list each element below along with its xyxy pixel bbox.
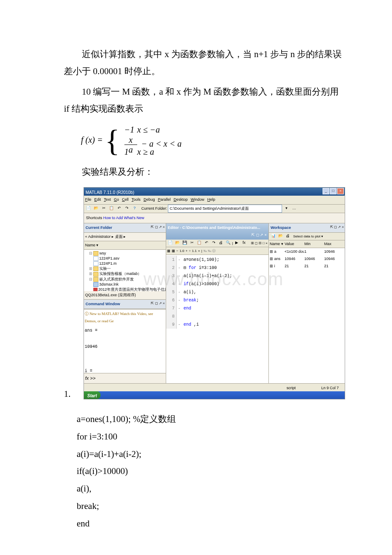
paragraph-3: 实验结果及分析： (64, 164, 345, 181)
how-to-add-link[interactable]: How to Add (103, 216, 123, 220)
menu-edit[interactable]: Edit (94, 197, 101, 202)
workspace-table[interactable]: Name ▾ValueMinMax ⊞ a<1x100 double>11094… (269, 240, 345, 383)
current-folder-label: Current Folder: (141, 205, 167, 212)
code-line[interactable]: 9-end ,i (166, 321, 268, 329)
editor-toolbar-2[interactable]: ▦▦−1.0+÷1.1×|‰ ‰ ⓪ (166, 247, 268, 255)
code-listing-line: a=ones(1,100); %定义数组 (77, 410, 345, 428)
cmd-line (85, 351, 165, 359)
ws-col-header[interactable]: Max (324, 240, 344, 248)
tree-item[interactable]: 1224P1.asv (85, 256, 165, 261)
menu-cell[interactable]: Cell (122, 197, 129, 202)
code-listing-line: a(i)=a(i-1)+a(i-2); (77, 445, 345, 463)
code-editor[interactable]: 1-a=ones(1,100);2-⊟ for i=3:1003- a(i)=a… (166, 255, 268, 383)
code-line[interactable]: 3- a(i)=a(i-1)+a(i-2); (166, 272, 268, 280)
piecewise-formula: f (x) = { −1x ≤ −a xa − a < x < a 1x ≥ a (81, 124, 345, 157)
current-folder-header: Current Folder⇱ ◻ ↗ × (84, 223, 166, 233)
ws-row[interactable]: ⊞ a<1x100 double>110946 (269, 248, 345, 255)
code-line[interactable]: 6- break; (166, 296, 268, 304)
fx-prompt[interactable]: fx >> (84, 373, 166, 383)
menu-tools[interactable]: Tools (132, 197, 141, 202)
tree-item[interactable]: ⊟ 嵌入式系统软件开发 (85, 277, 165, 282)
new-icon[interactable]: 📄 (85, 205, 92, 212)
code-listing-line: break; (77, 497, 345, 515)
tree-item[interactable]: ⊟ wsy (85, 251, 165, 256)
browse-icon[interactable]: … (291, 205, 297, 212)
matlab-screenshot: MATLAB 7.11.0 (R2010b) _ □ × FileEditTex… (84, 187, 345, 399)
menu-parallel[interactable]: Parallel (158, 197, 170, 202)
taskbar[interactable]: Start (84, 391, 345, 399)
current-folder-input[interactable]: C:\Documents and Settings\Administrator\… (168, 205, 282, 213)
menu-help[interactable]: Help (207, 197, 215, 202)
workspace-toolbar[interactable]: 📊📂🖨Select data to plot ▾ (269, 233, 345, 240)
cmd-line: 10946 (85, 343, 165, 351)
cmd-line (85, 359, 165, 367)
window-title: MATLAB 7.11.0 (R2010b) (86, 190, 134, 195)
start-button[interactable]: Start (84, 391, 101, 399)
editor-header: Editor - C:\Documents and Settings\Admin… (166, 223, 268, 240)
code-line[interactable]: 7- end (166, 304, 268, 312)
tree-item[interactable]: 2012年度共青团温州大学物理与电子信息工程学院... (85, 287, 165, 291)
tree-item[interactable]: ⊞ 实验一 (85, 266, 165, 271)
code-listing: a=ones(1,100); %定义数组for i=3:100 a(i)=a(i… (77, 410, 345, 533)
tree-item[interactable]: 1224P1.m (85, 261, 165, 266)
undo-icon[interactable]: ↶ (116, 205, 123, 212)
whats-new-link[interactable]: What's New (124, 216, 144, 220)
close-button[interactable]: × (337, 188, 344, 194)
code-line[interactable]: 4- if(a(i)>10000) (166, 280, 268, 288)
help-icon[interactable]: ? (131, 205, 138, 212)
folder-up-icon[interactable]: ▾ (283, 205, 290, 212)
tree-item[interactable]: ⊞ 实验报告模板（matlab） (85, 271, 165, 276)
formula-lhs: f (x) = (81, 135, 103, 144)
paragraph-1: 近似计算指数，其中 x 为函数参数输入，当 n+1 步与 n 步的结果误差小于 … (64, 46, 345, 80)
redo-icon[interactable]: ↷ (124, 205, 130, 212)
ws-col-header[interactable]: Min (304, 240, 324, 248)
status-bar: script Ln 9 Col 7 (84, 383, 345, 391)
code-line[interactable]: 2-⊟ for i=3:100 (166, 264, 268, 272)
cmd-line: i = (85, 367, 165, 373)
code-listing-line: a(i), (77, 480, 345, 497)
menu-desktop[interactable]: Desktop (173, 197, 187, 202)
file-tree[interactable]: ⊟ wsy1224P1.asv1224P1.m⊞ 实验一⊞ 实验报告模板（mat… (84, 250, 166, 291)
command-window[interactable]: ⓘ New to MATLAB? Watch this Video, see D… (84, 309, 166, 373)
workspace-header: Workspace⇱ ◻ ↗ × (269, 223, 345, 233)
cut-icon[interactable]: ✂ (101, 205, 107, 212)
figure-number: 1. (64, 386, 71, 403)
file-detail: QQ2013Beta1.exe (应用程序) (84, 291, 166, 300)
breadcrumb[interactable]: « Administrator ▸ 桌面 ▸ (84, 233, 166, 241)
paragraph-2: 10 编写一 M 函数，a 和 x 作为 M 函数参数输入，函数里面分别用 if… (64, 84, 345, 118)
menu-bar[interactable]: FileEditTextGoCellToolsDebugParallelDesk… (84, 196, 345, 204)
minimize-button[interactable]: _ (323, 188, 329, 194)
code-listing-line: if(a(i)>10000) (77, 462, 345, 480)
ws-col-header[interactable]: Value (285, 240, 304, 248)
editor-toolbar-1[interactable]: 📄📂💾✂📋↶↷🖨🔍|▶fx⊞ ◻ ⊟ □ × (166, 240, 268, 247)
code-line[interactable]: 8 (166, 312, 268, 321)
shortcuts-bar: Shortcuts How to Add What's New (84, 213, 345, 223)
ws-row[interactable]: ⊞ ans109461094610946 (269, 255, 345, 263)
open-icon[interactable]: 📂 (93, 205, 100, 212)
name-column-header[interactable]: Name ▾ (85, 243, 99, 247)
command-window-header: Command Window⇱ ◻ ↗ × (84, 300, 166, 309)
main-toolbar[interactable]: 📄 📂 ✂ 📋 ↶ ↷ ? Current Folder: C:\Documen… (84, 205, 345, 213)
code-listing-line: for i=3:100 (77, 428, 345, 445)
menu-window[interactable]: Window (190, 197, 204, 202)
menu-go[interactable]: Go (114, 197, 119, 202)
menu-file[interactable]: File (85, 197, 92, 202)
code-listing-line: end (77, 515, 345, 532)
copy-icon[interactable]: 📋 (108, 205, 115, 212)
menu-debug[interactable]: Debug (144, 197, 155, 202)
maximize-button[interactable]: □ (330, 188, 337, 194)
code-line[interactable]: 5- a(i), (166, 288, 268, 296)
window-titlebar: MATLAB 7.11.0 (R2010b) _ □ × (84, 188, 345, 196)
ws-col-header[interactable]: Name ▾ (270, 240, 285, 248)
ws-row[interactable]: ⊞ i212121 (269, 263, 345, 270)
code-line[interactable]: 1-a=ones(1,100); (166, 256, 268, 264)
cmd-line: ans = (85, 327, 165, 335)
menu-text[interactable]: Text (104, 197, 111, 202)
cmd-line (85, 335, 165, 343)
tree-item[interactable]: 3dsmax.lnk (85, 282, 165, 287)
